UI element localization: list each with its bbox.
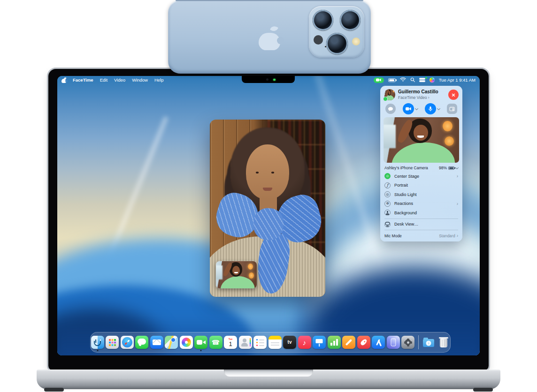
dock-notes[interactable]	[268, 336, 282, 349]
menu-edit[interactable]: Edit	[100, 77, 107, 83]
mail-icon	[150, 336, 163, 349]
dock-facetime[interactable]	[194, 336, 207, 349]
option-label: Studio Light	[394, 192, 458, 197]
dock-safari[interactable]	[121, 336, 134, 349]
desktop: FaceTimeEditVideoWindowHelp	[57, 76, 480, 355]
games-icon	[357, 336, 370, 349]
iphone-continuity-camera	[168, 0, 371, 74]
camera-toggle-button[interactable]	[403, 103, 414, 114]
facetime-controls-panel: Guillermo Castillo FaceTime Video › ×	[380, 86, 462, 241]
option-reactions[interactable]: ⊕Reactions›	[380, 199, 462, 209]
apple-menu-icon[interactable]	[61, 77, 66, 83]
portrait-icon: ƒ	[384, 182, 391, 188]
dock-music[interactable]: ♪	[298, 336, 311, 349]
control-center-icon[interactable]	[419, 78, 425, 82]
dock-maps[interactable]	[165, 336, 178, 349]
mic-mode-label: Mic Mode	[384, 234, 402, 238]
self-view-pip[interactable]	[216, 261, 257, 288]
menu-facetime[interactable]: FaceTime	[73, 77, 93, 83]
self-video	[384, 117, 459, 163]
dock-contacts[interactable]	[239, 336, 252, 349]
dock-pages[interactable]	[342, 336, 355, 349]
chevron-down-icon[interactable]	[415, 106, 418, 110]
camera-lens-icon	[313, 10, 333, 30]
dock-settings[interactable]	[401, 336, 414, 349]
dock: ☎Tue1tv♪↓	[90, 332, 451, 353]
dock-trash[interactable]	[437, 336, 450, 349]
camera-in-use-dot	[425, 77, 427, 79]
chevron-right-icon: ›	[457, 201, 458, 206]
dock-downloads[interactable]: ↓	[422, 336, 435, 349]
camera-source-row[interactable]: Ashley's iPhone Camera 98%	[380, 163, 462, 172]
search-icon[interactable]	[410, 77, 415, 83]
background-icon	[384, 210, 391, 216]
battery-icon[interactable]	[388, 78, 396, 82]
downloads-icon: ↓	[422, 336, 435, 349]
iphone-camera-module	[309, 6, 364, 58]
option-portrait[interactable]: ƒPortrait	[380, 181, 462, 190]
camera-options-list: ☺Center Stage›ƒPortrait◎Studio Light⊕Rea…	[380, 172, 462, 218]
chevron-down-icon[interactable]	[437, 106, 440, 110]
option-center-stage[interactable]: ☺Center Stage›	[380, 172, 462, 181]
mic-mode-row[interactable]: Mic Mode Standard ›	[380, 231, 462, 238]
call-controls	[380, 102, 462, 117]
dock-mail[interactable]	[150, 336, 163, 349]
photos-icon	[180, 336, 193, 349]
dock-photos[interactable]	[180, 336, 193, 349]
mic-toggle-button[interactable]	[425, 103, 436, 114]
option-label: Desk View…	[394, 222, 458, 226]
option-background[interactable]: Background	[380, 208, 462, 218]
option-studio-light[interactable]: ◎Studio Light	[380, 190, 462, 199]
end-call-button[interactable]: ×	[448, 90, 459, 100]
camera-lens-icon	[340, 10, 361, 30]
menu-video[interactable]: Video	[114, 77, 125, 83]
camera-flash-icon	[352, 38, 360, 45]
camera-indicator-light	[273, 79, 276, 81]
desk-view-icon	[384, 221, 391, 227]
siri-icon[interactable]	[430, 77, 435, 83]
chevron-right-icon: ›	[457, 173, 458, 179]
chevron-right-icon: ›	[457, 233, 458, 238]
screen-share-button[interactable]	[447, 104, 457, 114]
camera-source-label: Ashley's iPhone Camera	[384, 166, 428, 170]
dock-games[interactable]	[357, 336, 370, 349]
maps-icon	[165, 336, 178, 349]
call-type-link[interactable]: FaceTime Video ›	[398, 95, 445, 100]
launchpad-icon	[106, 336, 119, 349]
dock-messages[interactable]	[135, 336, 148, 349]
dock-calendar[interactable]: Tue1	[224, 336, 237, 349]
dock-keynote[interactable]	[313, 336, 326, 349]
contacts-icon	[239, 336, 252, 349]
option-label: Background	[394, 211, 458, 215]
dock-reminders[interactable]	[253, 336, 267, 349]
trash-icon	[437, 336, 450, 349]
wifi-icon[interactable]	[400, 77, 406, 83]
menu-window[interactable]: Window	[132, 77, 148, 83]
dock-iphone-mirroring[interactable]	[387, 336, 400, 349]
facetime-hd-camera	[266, 78, 268, 81]
dock-apps: ☎Tue1tv♪↓	[91, 335, 450, 349]
dock-appletv[interactable]: tv	[283, 336, 296, 349]
facetime-icon	[194, 336, 207, 349]
dock-phone[interactable]: ☎	[209, 336, 222, 349]
facetime-call-window[interactable]	[210, 120, 325, 297]
appstore-icon	[372, 336, 385, 349]
center-stage-icon: ☺	[384, 173, 391, 179]
settings-icon	[401, 336, 414, 349]
chevron-down-icon[interactable]	[455, 166, 459, 169]
self-video	[216, 261, 257, 288]
messages-button[interactable]	[385, 104, 396, 114]
dock-finder[interactable]	[91, 336, 104, 349]
facetime-active-icon[interactable]	[374, 77, 384, 83]
camera-preview	[384, 117, 459, 163]
menu-clock[interactable]: Tue Apr 1 9:41 AM	[439, 77, 476, 83]
apple-logo-icon	[259, 26, 280, 50]
lid-lift-notch	[224, 369, 313, 377]
divider	[384, 219, 458, 219]
option-desk-view[interactable]: Desk View…	[380, 220, 462, 229]
dock-launchpad[interactable]	[106, 336, 119, 349]
macbook-lid: FaceTimeEditVideoWindowHelp	[48, 69, 489, 370]
dock-numbers[interactable]	[328, 336, 341, 349]
menu-help[interactable]: Help	[154, 77, 164, 83]
dock-appstore[interactable]	[372, 336, 385, 349]
